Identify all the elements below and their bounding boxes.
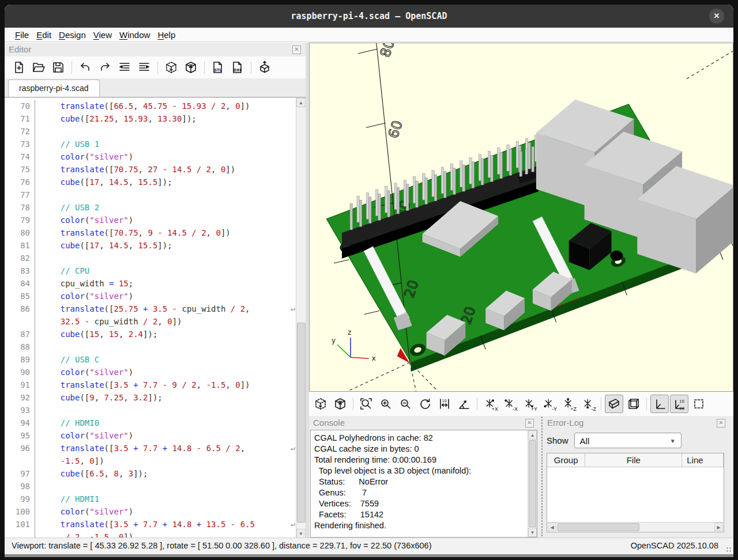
- errorlog-close-icon[interactable]: ✕: [717, 419, 725, 427]
- show-axes-button[interactable]: [650, 395, 669, 413]
- errorlog-hscrollbar-thumb[interactable]: [558, 523, 639, 531]
- errorlog-table[interactable]: Group File Line ◀ ▶: [547, 453, 724, 532]
- export-stl-icon: STL: [211, 60, 225, 74]
- view-orthogonal-button[interactable]: [624, 395, 643, 413]
- code-line: 78 // USB 2: [5, 201, 296, 214]
- reset-view-button[interactable]: [416, 395, 434, 413]
- view-plus-x-button[interactable]: +X: [481, 395, 499, 413]
- editor-close-icon[interactable]: ✕: [292, 46, 301, 54]
- code-line: 95 color("silver"): [5, 429, 296, 442]
- code-line: -1.5, 0]): [5, 455, 296, 467]
- code-line: 99 // HDMI1: [5, 493, 296, 505]
- titlebar[interactable]: raspberry-pi-4.scad — OpenSCAD ✕: [5, 5, 733, 28]
- code-line: 101 translate([3.5 + 7.7 + 14.8 + 13.5 -…: [5, 518, 296, 531]
- code-line: 70 translate([66.5, 45.75 - 15.93 / 2, 0…: [5, 100, 296, 112]
- line-wrap-icon: ↵: [291, 442, 295, 455]
- code-line: 72: [5, 125, 296, 138]
- view-minus-z-button[interactable]: -Z: [579, 395, 597, 413]
- toolbar-separator: [71, 61, 72, 74]
- measure-angle-button[interactable]: [455, 395, 473, 413]
- console-output[interactable]: CGAL Polyhedrons in cache: 82 CGAL cache…: [310, 430, 537, 538]
- console-scrollbar-thumb[interactable]: [529, 440, 536, 527]
- unindent-icon: [118, 60, 131, 74]
- menu-window[interactable]: Window: [119, 30, 150, 40]
- scroll-left-icon[interactable]: ◀: [548, 523, 556, 531]
- menu-help[interactable]: Help: [157, 30, 175, 40]
- line-wrap-icon: ↵: [291, 518, 295, 531]
- errorlog-header: Error-Log ✕: [543, 416, 730, 430]
- code-line: 71 cube([21.25, 15.93, 13.30]);: [5, 112, 296, 125]
- view-model-button[interactable]: [256, 59, 273, 76]
- code-line: 80 translate([70.75, 9 - 14.5 / 2, 0]): [5, 226, 296, 239]
- measure-distance-button[interactable]: 10: [435, 395, 454, 413]
- view-minus-y-button[interactable]: -Y: [540, 395, 558, 413]
- column-group[interactable]: Group: [547, 453, 585, 467]
- vp-render-button[interactable]: [331, 395, 349, 413]
- window-close-button[interactable]: ✕: [709, 9, 724, 24]
- scroll-right-icon[interactable]: ▶: [714, 523, 723, 531]
- console-text: CGAL Polyhedrons in cache: 82 CGAL cache…: [314, 433, 526, 536]
- view-plus-y-button[interactable]: +Y: [520, 395, 539, 413]
- toolbar-separator: [601, 398, 601, 410]
- view-plus-z-button[interactable]: +Z: [559, 395, 578, 413]
- show-crosshairs-button[interactable]: [690, 395, 708, 413]
- scroll-down-icon[interactable]: ▼: [528, 528, 537, 537]
- show-axes-icon: [653, 397, 667, 411]
- scroll-down-icon[interactable]: ▼: [296, 529, 306, 538]
- column-file[interactable]: File: [585, 453, 682, 467]
- save-file-button[interactable]: [50, 59, 67, 76]
- view-minus-x-button[interactable]: -X: [500, 395, 519, 413]
- menu-edit[interactable]: Edit: [36, 30, 51, 40]
- errorlog-title: Error-Log: [547, 418, 583, 427]
- preview-button[interactable]: »: [163, 59, 180, 76]
- menu-design[interactable]: Design: [59, 30, 86, 40]
- new-file-button[interactable]: [10, 59, 28, 76]
- export-dxf-button[interactable]: DXF: [229, 59, 246, 76]
- code-line: 98: [5, 480, 296, 493]
- scroll-up-icon[interactable]: ▲: [528, 430, 537, 440]
- unindent-button[interactable]: [116, 59, 133, 76]
- undo-button[interactable]: [77, 59, 94, 76]
- open-file-button[interactable]: [30, 59, 47, 76]
- zoom-out-button[interactable]: [396, 395, 415, 413]
- editor-scrollbar[interactable]: ▲ ▼: [296, 98, 306, 538]
- menu-view[interactable]: View: [93, 30, 112, 40]
- editor-tabbar: raspberry-pi-4.scad: [5, 78, 306, 97]
- column-line[interactable]: Line: [682, 453, 724, 467]
- zoom-in-button[interactable]: [376, 395, 395, 413]
- render-icon: [184, 60, 198, 74]
- menu-file[interactable]: File: [15, 30, 29, 40]
- render-icon: [333, 397, 347, 411]
- errorlog-hscrollbar[interactable]: ◀ ▶: [548, 522, 723, 531]
- errorlog-panel: Error-Log ✕ Show All ▼ Group File Lin: [543, 416, 730, 538]
- code-line: 88: [5, 340, 296, 353]
- vp-preview-button[interactable]: »: [311, 395, 330, 413]
- view-perspective-button[interactable]: [605, 395, 623, 413]
- tab-raspberry-pi-4[interactable]: raspberry-pi-4.scad: [8, 80, 100, 97]
- editor-scrollbar-thumb[interactable]: [297, 323, 306, 523]
- 3d-viewport[interactable]: 20 40 60 80 20: [309, 43, 733, 392]
- console-title: Console: [313, 418, 345, 427]
- redo-button[interactable]: [96, 59, 114, 76]
- toolbar-separator: [477, 398, 477, 410]
- code-line: 100 color("silver"): [5, 505, 296, 518]
- save-icon: [51, 60, 65, 74]
- indent-button[interactable]: [135, 59, 153, 76]
- zoom-all-button[interactable]: [357, 395, 375, 413]
- zoom-out-icon: [398, 397, 412, 411]
- reset-view-icon: [418, 397, 432, 411]
- console-close-icon[interactable]: ✕: [525, 419, 534, 427]
- export-stl-button[interactable]: STL: [209, 59, 227, 76]
- render-button[interactable]: [182, 59, 199, 76]
- show-scale-markers-button[interactable]: 10: [670, 395, 688, 413]
- svg-text:x: x: [372, 354, 376, 362]
- code-line: 96 translate([3.5 + 7.7 + 14.8 - 6.5 / 2…: [5, 442, 296, 455]
- code-editor[interactable]: 70 translate([66.5, 45.75 - 15.93 / 2, 0…: [5, 97, 306, 538]
- scroll-up-icon[interactable]: ▲: [296, 98, 306, 107]
- code-line: 87 cube([15, 15, 2.4]);: [5, 328, 296, 340]
- code-line: 90 color("silver"): [5, 366, 296, 379]
- resize-grip[interactable]: [726, 547, 732, 553]
- errorlog-filter-row: Show All ▼: [547, 432, 681, 448]
- console-scrollbar[interactable]: ▲ ▼: [528, 430, 537, 537]
- errorlog-filter-select[interactable]: All ▼: [574, 433, 681, 448]
